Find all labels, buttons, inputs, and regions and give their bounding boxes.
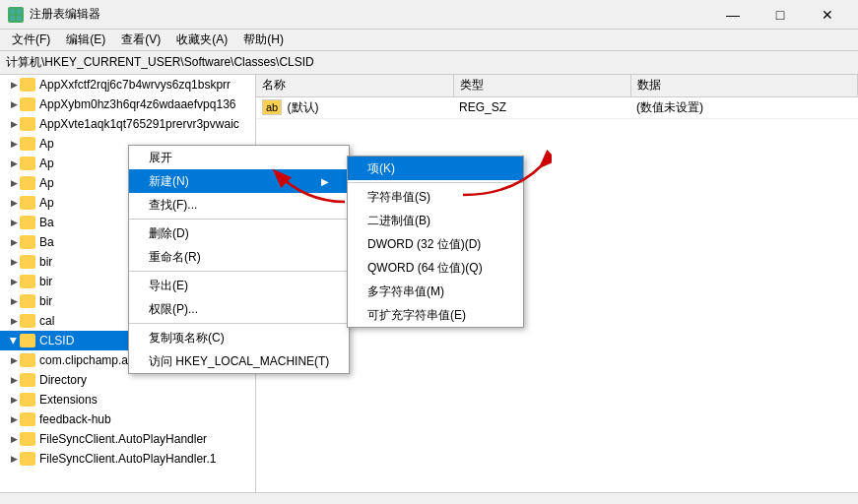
expand-icon: ▶ bbox=[8, 178, 20, 188]
sub-ctx-expandstring-label: 可扩充字符串值(E) bbox=[367, 307, 466, 324]
expand-icon: ▶ bbox=[8, 198, 20, 208]
menu-edit[interactable]: 编辑(E) bbox=[58, 30, 113, 51]
ctx-access-hklm-label: 访问 HKEY_LOCAL_MACHINE(T) bbox=[149, 353, 329, 370]
sub-ctx-string[interactable]: 字符串值(S) bbox=[348, 185, 523, 209]
sub-ctx-key-label: 项(K) bbox=[367, 160, 395, 177]
tree-label: feedback-hub bbox=[39, 412, 111, 426]
ctx-find-label: 查找(F)... bbox=[149, 197, 197, 214]
ctx-delete[interactable]: 删除(D) bbox=[129, 221, 349, 245]
tree-label: bir bbox=[39, 294, 52, 308]
minimize-button[interactable]: — bbox=[710, 0, 756, 30]
sub-ctx-key[interactable]: 项(K) bbox=[348, 157, 523, 180]
ctx-new[interactable]: 新建(N) ▶ bbox=[129, 169, 349, 193]
folder-icon bbox=[20, 78, 35, 92]
ctx-rename-label: 重命名(R) bbox=[149, 249, 201, 266]
folder-icon bbox=[20, 353, 35, 367]
ctx-find[interactable]: 查找(F)... bbox=[129, 193, 349, 217]
expand-icon: ▶ bbox=[8, 434, 20, 444]
ctx-rename[interactable]: 重命名(R) bbox=[129, 245, 349, 269]
folder-icon bbox=[20, 176, 35, 190]
expand-icon: ▶ bbox=[8, 158, 20, 168]
menu-view[interactable]: 查看(V) bbox=[113, 30, 168, 51]
folder-icon bbox=[20, 137, 35, 151]
expand-icon: ▶ bbox=[8, 277, 20, 286]
close-button[interactable]: ✕ bbox=[805, 0, 850, 30]
ctx-expand-label: 展开 bbox=[149, 150, 172, 166]
cell-name: ab (默认) bbox=[256, 96, 453, 118]
tree-label: AppXybm0hz3h6qr4z6wdaaefvpq136 bbox=[39, 97, 235, 111]
menu-help[interactable]: 帮助(H) bbox=[235, 30, 292, 51]
tree-label: Ap bbox=[39, 137, 54, 151]
tree-item-filesyncclient[interactable]: ▶ FileSyncClient.AutoPlayHandler bbox=[0, 429, 255, 449]
svg-rect-1 bbox=[17, 9, 22, 14]
expand-icon: ▶ bbox=[8, 414, 20, 424]
sub-ctx-expandstring[interactable]: 可扩充字符串值(E) bbox=[348, 303, 523, 327]
title-bar: 注册表编辑器 — □ ✕ bbox=[0, 0, 858, 30]
folder-icon bbox=[20, 157, 35, 170]
folder-icon bbox=[20, 216, 35, 229]
title-bar-buttons: — □ ✕ bbox=[710, 0, 850, 30]
tree-label: Ba bbox=[39, 216, 54, 229]
folder-icon bbox=[20, 373, 35, 387]
registry-table: 名称 类型 数据 ab (默认) REG_SZ (数值未设置) bbox=[256, 75, 858, 119]
ctx-access-hklm[interactable]: 访问 HKEY_LOCAL_MACHINE(T) bbox=[129, 349, 349, 373]
expand-icon: ▶ bbox=[8, 454, 20, 464]
tree-label: Ap bbox=[39, 157, 54, 170]
address-bar: 计算机\HKEY_CURRENT_USER\Software\Classes\C… bbox=[0, 51, 858, 75]
ctx-copy-name-label: 复制项名称(C) bbox=[149, 330, 225, 346]
tree-item-extensions[interactable]: ▶ Extensions bbox=[0, 390, 255, 410]
tree-item-appxxfctf[interactable]: ▶ AppXxfctf2rqj6c7b4wrvys6zq1bskprr bbox=[0, 75, 255, 94]
cell-data: (数值未设置) bbox=[630, 96, 858, 118]
ctx-sep3 bbox=[129, 323, 349, 324]
sub-ctx-qword[interactable]: QWORD (64 位值)(Q) bbox=[348, 256, 523, 280]
maximize-button[interactable]: □ bbox=[758, 0, 803, 30]
tree-label: com.clipchamp.app bbox=[39, 353, 141, 367]
col-type[interactable]: 类型 bbox=[453, 75, 630, 96]
expand-icon: ▶ bbox=[8, 296, 20, 306]
ctx-export[interactable]: 导出(E) bbox=[129, 274, 349, 297]
ctx-copy-name[interactable]: 复制项名称(C) bbox=[129, 326, 349, 349]
ctx-new-arrow: ▶ bbox=[321, 176, 329, 187]
window-title: 注册表编辑器 bbox=[30, 6, 710, 23]
ctx-sep2 bbox=[129, 271, 349, 272]
sub-context-menu: 项(K) 字符串值(S) 二进制值(B) DWORD (32 位值)(D) QW… bbox=[347, 156, 524, 328]
folder-icon bbox=[20, 97, 35, 111]
menu-file[interactable]: 文件(F) bbox=[4, 30, 58, 51]
ctx-expand[interactable]: 展开 bbox=[129, 146, 349, 169]
col-name[interactable]: 名称 bbox=[256, 75, 453, 96]
tree-label: AppXvte1aqk1qt765291prervr3pvwaic bbox=[39, 117, 239, 131]
menu-favorites[interactable]: 收藏夹(A) bbox=[168, 30, 235, 51]
tree-label: Directory bbox=[39, 373, 87, 387]
ctx-permissions[interactable]: 权限(P)... bbox=[129, 297, 349, 321]
cell-type: REG_SZ bbox=[453, 96, 630, 118]
folder-icon bbox=[20, 255, 35, 269]
tree-label: FileSyncClient.AutoPlayHandler.1 bbox=[39, 452, 216, 466]
col-data[interactable]: 数据 bbox=[630, 75, 858, 96]
folder-icon bbox=[20, 275, 35, 288]
expand-icon: ▶ bbox=[8, 316, 20, 326]
folder-icon bbox=[20, 334, 35, 347]
horizontal-scrollbar[interactable] bbox=[0, 492, 858, 504]
sub-ctx-string-label: 字符串值(S) bbox=[367, 189, 430, 206]
tree-item-feedback-hub[interactable]: ▶ feedback-hub bbox=[0, 410, 255, 429]
tree-item-appxvte[interactable]: ▶ AppXvte1aqk1qt765291prervr3pvwaic bbox=[0, 114, 255, 134]
sub-ctx-dword[interactable]: DWORD (32 位值)(D) bbox=[348, 232, 523, 256]
folder-icon bbox=[20, 196, 35, 210]
tree-item-appxybm[interactable]: ▶ AppXybm0hz3h6qr4z6wdaaefvpq136 bbox=[0, 94, 255, 114]
tree-label: Ap bbox=[39, 196, 54, 210]
svg-rect-0 bbox=[10, 9, 15, 14]
folder-icon bbox=[20, 432, 35, 446]
sub-ctx-multistring-label: 多字符串值(M) bbox=[367, 284, 444, 300]
table-row[interactable]: ab (默认) REG_SZ (数值未设置) bbox=[256, 96, 858, 118]
ctx-permissions-label: 权限(P)... bbox=[149, 301, 198, 318]
expand-icon: ▶ bbox=[8, 237, 20, 247]
expand-icon: ▶ bbox=[8, 395, 20, 405]
tree-item-filesyncclient1[interactable]: ▶ FileSyncClient.AutoPlayHandler.1 bbox=[0, 449, 255, 469]
sub-ctx-binary[interactable]: 二进制值(B) bbox=[348, 209, 523, 232]
tree-label: CLSID bbox=[39, 334, 74, 347]
sub-ctx-multistring[interactable]: 多字符串值(M) bbox=[348, 280, 523, 303]
folder-icon bbox=[20, 393, 35, 407]
ctx-export-label: 导出(E) bbox=[149, 278, 188, 294]
ctx-delete-label: 删除(D) bbox=[149, 225, 189, 242]
tree-label: Ap bbox=[39, 176, 54, 190]
